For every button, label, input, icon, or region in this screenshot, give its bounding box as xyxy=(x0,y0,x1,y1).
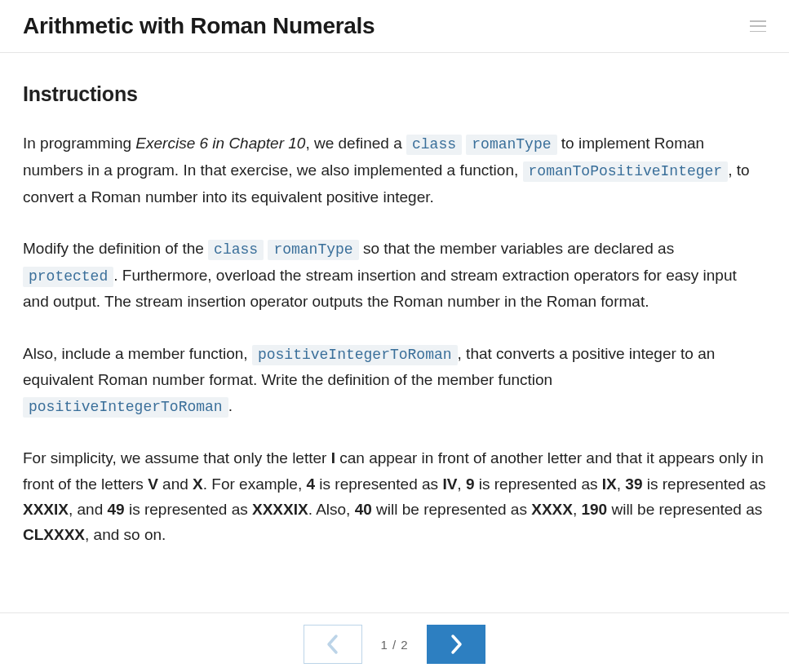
code-class: class xyxy=(208,240,264,260)
bold-CLXXXX: CLXXXX xyxy=(23,526,85,543)
text: . For example, xyxy=(203,475,307,493)
pagination-footer: 1 / 2 xyxy=(0,612,789,672)
code-class: class xyxy=(406,135,462,155)
text: , xyxy=(573,501,582,518)
text: is represented as xyxy=(474,475,601,493)
paragraph-4: For simplicity, we assume that only the … xyxy=(23,445,766,547)
code-positiveintegertoroman: positiveIntegerToRoman xyxy=(252,345,458,365)
prev-page-button[interactable] xyxy=(304,625,362,664)
bold-9: 9 xyxy=(466,475,475,493)
text: In programming xyxy=(23,135,135,152)
text: , xyxy=(457,475,466,493)
chevron-left-icon xyxy=(324,633,342,656)
text: Modify the definition of the xyxy=(23,240,208,257)
next-page-button[interactable] xyxy=(427,625,485,664)
text: will be represented as xyxy=(372,501,531,518)
text: is represented as xyxy=(125,501,252,518)
bold-IV: IV xyxy=(442,475,457,493)
text: is represented as xyxy=(642,475,765,493)
bold-V: V xyxy=(148,475,158,493)
text: is represented as xyxy=(315,475,442,493)
bold-39: 39 xyxy=(625,475,642,493)
text: Also, include a member function, xyxy=(23,345,252,362)
instructions-heading: Instructions xyxy=(23,77,766,111)
bold-XXXIX: XXXIX xyxy=(23,501,69,518)
bold-49: 49 xyxy=(108,501,125,518)
text: so that the member variables are declare… xyxy=(359,240,675,257)
page-indicator: 1 / 2 xyxy=(380,638,408,652)
text: will be represented as xyxy=(607,501,762,518)
paragraph-1: In programming Exercise 6 in Chapter 10,… xyxy=(23,130,766,210)
text: . xyxy=(228,397,233,414)
text: , and so on. xyxy=(85,526,166,543)
text: . Also, xyxy=(308,501,355,518)
text: , xyxy=(617,475,626,493)
paragraph-3: Also, include a member function, positiv… xyxy=(23,341,766,420)
code-romantype: romanType xyxy=(268,240,358,260)
bold-XXXX: XXXX xyxy=(531,501,573,518)
bold-XXXXIX: XXXXIX xyxy=(252,501,308,518)
header: Arithmetic with Roman Numerals xyxy=(0,0,789,53)
code-romantopositiveinteger: romanToPositiveInteger xyxy=(523,161,729,182)
text: . Furthermore, overload the stream inser… xyxy=(23,267,737,311)
chevron-right-icon xyxy=(447,633,465,656)
code-romantype: romanType xyxy=(466,135,556,155)
bold-X: X xyxy=(193,475,203,493)
text: For simplicity, we assume that only the … xyxy=(23,449,331,466)
page-title: Arithmetic with Roman Numerals xyxy=(23,13,375,39)
bold-4: 4 xyxy=(307,475,316,493)
code-positiveintegertoroman: positiveIntegerToRoman xyxy=(23,397,228,418)
bold-190: 190 xyxy=(581,501,607,518)
menu-icon[interactable] xyxy=(750,20,766,32)
text: , we defined a xyxy=(305,135,406,152)
text: , and xyxy=(69,501,108,518)
exercise-ref: Exercise 6 in Chapter 10 xyxy=(135,135,305,152)
content: Instructions In programming Exercise 6 i… xyxy=(0,53,789,548)
text: and xyxy=(158,475,193,493)
bold-40: 40 xyxy=(355,501,372,518)
code-protected: protected xyxy=(23,267,113,287)
paragraph-2: Modify the definition of the class roman… xyxy=(23,236,766,315)
bold-IX: IX xyxy=(602,475,617,493)
